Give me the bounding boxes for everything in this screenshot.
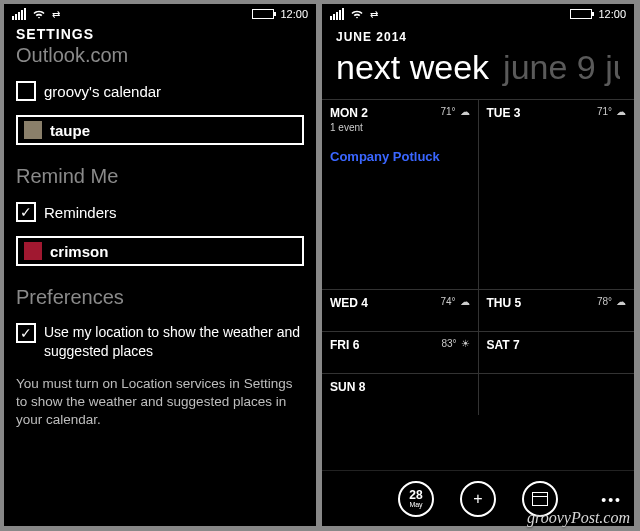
today-button[interactable]: 28 May xyxy=(398,481,434,517)
signal-icon xyxy=(12,8,26,20)
day-cell-tue[interactable]: TUE 3 71° ☁ xyxy=(478,100,635,289)
day-cell-wed[interactable]: WED 4 74° ☁ xyxy=(322,290,478,331)
cloud-icon: ☁ xyxy=(616,106,626,117)
preferences-header: Preferences xyxy=(16,286,304,309)
page-title: SETTINGS xyxy=(16,26,304,42)
status-bar: ⇄ 12:00 xyxy=(322,4,634,22)
calendar-icon xyxy=(532,492,548,506)
cloud-icon: ☁ xyxy=(460,106,470,117)
wifi-icon xyxy=(350,9,364,19)
color-name: crimson xyxy=(50,243,108,260)
data-sync-icon: ⇄ xyxy=(52,9,60,20)
more-button[interactable]: ••• xyxy=(601,492,622,508)
data-sync-icon: ⇄ xyxy=(370,9,378,20)
weather-badge: 83° ☀ xyxy=(441,338,469,349)
color-name: taupe xyxy=(50,122,90,139)
weather-badge: 78° ☁ xyxy=(597,296,626,307)
day-cell-thu[interactable]: THU 5 78° ☁ xyxy=(478,290,635,331)
weather-badge: 71° ☁ xyxy=(440,106,469,117)
calendar-month: JUNE 2014 xyxy=(336,30,620,44)
day-cell-mon[interactable]: MON 2 71° ☁ 1 event Company Potluck xyxy=(322,100,478,289)
sun-icon: ☀ xyxy=(461,338,470,349)
calendar-color-select[interactable]: taupe xyxy=(16,115,304,145)
calendar-pivot[interactable]: next week june 9 ju xyxy=(336,48,620,87)
reminders-checkbox[interactable]: Reminders xyxy=(16,202,304,222)
day-cell-empty xyxy=(478,374,634,415)
cloud-icon: ☁ xyxy=(460,296,470,307)
remind-me-header: Remind Me xyxy=(16,165,304,188)
wifi-icon xyxy=(32,9,46,19)
pivot-current: next week xyxy=(336,48,489,87)
calendar-grid: MON 2 71° ☁ 1 event Company Potluck TUE … xyxy=(322,99,634,470)
calendar-visibility-checkbox[interactable]: groovy's calendar xyxy=(16,81,304,101)
battery-icon xyxy=(252,9,274,19)
checkbox-label: Use my location to show the weather and … xyxy=(44,323,304,361)
watermark: groovyPost.com xyxy=(527,509,630,527)
account-subtitle: Outlook.com xyxy=(16,44,304,67)
add-event-button[interactable]: + xyxy=(460,481,496,517)
status-bar: ⇄ 12:00 xyxy=(4,4,316,22)
calendar-screen: ⇄ 12:00 JUNE 2014 next week june 9 ju MO… xyxy=(322,4,634,526)
weather-badge: 71° ☁ xyxy=(597,106,626,117)
checkbox-label: groovy's calendar xyxy=(44,83,161,100)
checkbox-icon xyxy=(16,81,36,101)
calendar-event[interactable]: Company Potluck xyxy=(330,149,470,164)
day-cell-fri[interactable]: FRI 6 83° ☀ xyxy=(322,332,478,373)
signal-icon xyxy=(330,8,344,20)
checkbox-label: Reminders xyxy=(44,204,117,221)
battery-icon xyxy=(570,9,592,19)
day-label: SUN 8 xyxy=(330,380,470,394)
checkbox-icon xyxy=(16,202,36,222)
weather-badge: 74° ☁ xyxy=(440,296,469,307)
location-checkbox[interactable]: Use my location to show the weather and … xyxy=(16,323,304,361)
day-cell-sat[interactable]: SAT 7 xyxy=(478,332,635,373)
plus-icon: + xyxy=(473,491,482,507)
clock: 12:00 xyxy=(280,8,308,20)
location-note: You must turn on Location services in Se… xyxy=(16,375,304,430)
reminders-color-select[interactable]: crimson xyxy=(16,236,304,266)
day-label: SAT 7 xyxy=(487,338,627,352)
pivot-next: june 9 ju xyxy=(503,48,620,87)
color-swatch xyxy=(24,121,42,139)
day-cell-sun[interactable]: SUN 8 xyxy=(322,374,478,415)
checkbox-icon xyxy=(16,323,36,343)
cloud-icon: ☁ xyxy=(616,296,626,307)
clock: 12:00 xyxy=(598,8,626,20)
color-swatch xyxy=(24,242,42,260)
day-event-count: 1 event xyxy=(330,122,470,133)
settings-screen: ⇄ 12:00 SETTINGS Outlook.com groovy's ca… xyxy=(4,4,316,526)
